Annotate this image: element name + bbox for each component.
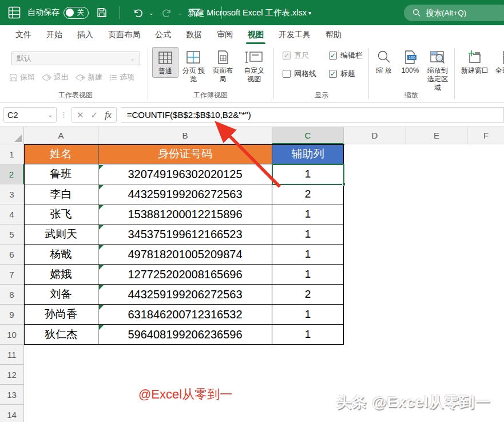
column-header-E[interactable]: E <box>406 127 467 144</box>
new-window-icon <box>467 50 482 65</box>
formula-input[interactable]: =COUNTIF($B$2:$B$10,B2&"*") <box>121 107 504 123</box>
checkbox-icon: ✓ <box>283 52 291 60</box>
autosave-toggle[interactable]: 关 <box>64 7 89 19</box>
zoom-button[interactable]: 缩 放 <box>371 47 397 77</box>
row-header-8[interactable]: 8 <box>0 285 24 305</box>
checkbox-icon: ✓ <box>329 70 337 78</box>
document-title[interactable]: 新建 Microsoft Excel 工作表.xlsx <box>188 7 307 18</box>
row-header-5[interactable]: 5 <box>0 224 24 244</box>
excel-window: 自动保存 关 ⌄ <box>0 0 504 422</box>
error-indicator-icon <box>99 245 104 250</box>
name-box[interactable]: C2 ⌄ <box>3 107 57 123</box>
row-header-10[interactable]: 10 <box>0 325 24 345</box>
row-header-3[interactable]: 3 <box>0 184 24 204</box>
search-box[interactable]: 搜索(Alt+Q) <box>404 5 504 21</box>
group-window: 新建窗口 全部重排 <box>458 45 504 102</box>
options-button: 选项 <box>109 72 134 82</box>
custom-views-button[interactable]: 自定义视图 <box>237 47 271 85</box>
select-all-triangle-icon <box>14 135 22 142</box>
group-divider <box>368 48 369 99</box>
ribbon-tab[interactable]: 数据 <box>178 25 209 45</box>
excel-app-icon[interactable] <box>7 5 22 20</box>
ribbon-tab[interactable]: 公式 <box>148 25 178 45</box>
sheet-view-dropdown[interactable]: 默认 ⌄ <box>11 52 140 65</box>
arrange-all-button[interactable]: 全部重排 <box>492 47 504 77</box>
ribbon-tab[interactable]: 开始 <box>39 25 70 45</box>
row-header-2[interactable]: 2 <box>0 164 24 184</box>
name-box-value: C2 <box>7 111 18 120</box>
toggle-dot <box>66 9 74 17</box>
error-indicator-icon <box>99 185 104 190</box>
sheet-view-value: 默认 <box>17 53 31 64</box>
column-header-D[interactable]: D <box>344 127 406 144</box>
row-header-14[interactable]: 14 <box>0 405 24 422</box>
checkbox-headings[interactable]: ✓ 标题 <box>329 69 363 79</box>
new-window-button[interactable]: 新建窗口 <box>458 47 492 77</box>
page-break-preview-button[interactable]: 分页 预览 <box>178 47 209 85</box>
group-divider <box>148 48 148 99</box>
ribbon-tab[interactable]: 帮助 <box>318 25 349 45</box>
error-indicator-icon <box>99 305 104 310</box>
group-show: ✓ 直尺 网格线 ✓ 编辑栏 ✓ 标题 <box>277 45 366 102</box>
checkbox-formula-bar[interactable]: ✓ 编辑栏 <box>329 50 363 61</box>
formula-bar-grip: ⋮ <box>60 111 68 119</box>
search-icon <box>412 9 421 17</box>
zoom-selection-icon <box>430 50 446 65</box>
group-sheet-view: 默认 ⌄ 保留 退出 <box>5 45 146 102</box>
ribbon: 默认 ⌄ 保留 退出 <box>0 45 504 103</box>
custom-view-icon <box>245 50 263 65</box>
group-label-workbook-views: 工作簿视图 <box>150 90 271 100</box>
checkbox-ruler: ✓ 直尺 <box>283 50 316 61</box>
zoom-100-icon: 100 <box>403 50 418 65</box>
zoom-to-selection-button[interactable]: 缩放到 选定区域 <box>423 47 452 94</box>
group-label-show: 显示 <box>277 90 366 100</box>
cancel-button[interactable]: ✕ <box>77 110 84 120</box>
ribbon-tab[interactable]: 插入 <box>70 25 101 45</box>
save-icon[interactable] <box>94 5 109 20</box>
autosave-label: 自动保存 <box>27 7 59 18</box>
undo-icon[interactable] <box>130 5 145 20</box>
column-header-C[interactable]: C <box>272 127 344 144</box>
row-header-6[interactable]: 6 <box>0 244 24 265</box>
select-all-corner[interactable] <box>0 127 24 144</box>
formula-text: =COUNTIF($B$2:$B$10,B2&"*") <box>127 110 251 120</box>
group-zoom: 缩 放 100 100% <box>371 45 452 102</box>
error-indicator-icon <box>99 325 104 330</box>
insert-function-button[interactable]: fx <box>105 110 112 120</box>
checkbox-gridlines[interactable]: 网格线 <box>283 69 316 79</box>
row-header-12[interactable]: 12 <box>0 365 24 385</box>
ribbon-tabs: 文件开始插入页面布局公式数据审阅视图开发工具帮助 <box>0 25 504 45</box>
row-header-7[interactable]: 7 <box>0 265 24 285</box>
row-header-4[interactable]: 4 <box>0 204 24 224</box>
group-label-zoom: 缩放 <box>371 90 452 100</box>
zoom-100-button[interactable]: 100 100% <box>397 47 423 77</box>
column-header-F[interactable]: F <box>467 127 504 144</box>
ribbon-tab[interactable]: 文件 <box>8 25 39 45</box>
row-header-9[interactable]: 9 <box>0 305 24 325</box>
ribbon-tab[interactable]: 开发工具 <box>271 25 318 45</box>
column-header-B[interactable]: B <box>98 127 272 144</box>
title-caret-icon[interactable]: ▾ <box>308 10 311 16</box>
fill-handle[interactable] <box>342 183 346 186</box>
error-indicator-icon <box>99 285 104 290</box>
undo-caret-icon[interactable]: ⌄ <box>149 10 153 16</box>
enter-button[interactable]: ✓ <box>91 110 98 120</box>
group-workbook-views: 普通 分页 预览 <box>150 45 271 102</box>
ribbon-tab[interactable]: 视图 <box>240 25 271 45</box>
formula-bar: C2 ⌄ ⋮ ✕ ✓ fx =COUNTIF($B$2:$B$10,B2&"*"… <box>0 103 504 127</box>
selected-cell-outline <box>272 164 344 185</box>
spreadsheet-grid: ABCDEF 1234567891011121314 姓名身份证号码辅助列鲁班3… <box>0 127 504 422</box>
ribbon-tab[interactable]: 页面布局 <box>101 25 148 45</box>
normal-view-button[interactable]: 普通 <box>152 47 178 78</box>
ribbon-tab[interactable]: 审阅 <box>209 25 240 45</box>
error-indicator-icon <box>99 225 104 230</box>
page-layout-button[interactable]: 页面布局 <box>209 47 237 85</box>
redo-icon <box>159 5 174 20</box>
row-header-13[interactable]: 13 <box>0 385 24 405</box>
row-header-1[interactable]: 1 <box>0 144 24 164</box>
search-placeholder: 搜索(Alt+Q) <box>426 8 466 18</box>
column-header-A[interactable]: A <box>24 127 98 144</box>
row-header-11[interactable]: 11 <box>0 345 24 365</box>
eye-plus-icon <box>76 74 85 81</box>
titlebar-divider <box>120 6 120 19</box>
